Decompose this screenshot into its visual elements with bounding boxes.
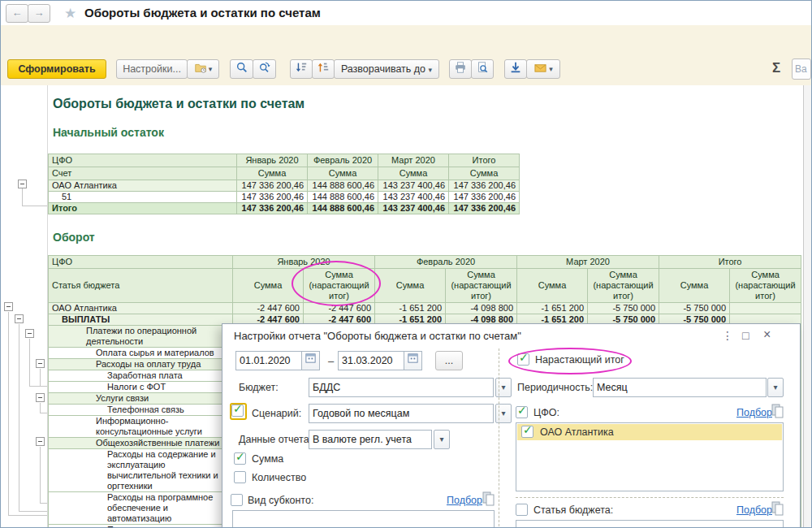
expand-to-label: Разворачивать до [341,63,425,75]
print-button[interactable] [449,59,472,79]
dialog-budget-input[interactable]: БДДС [309,378,494,397]
table-row[interactable]: 51147 336 200,46144 888 600,46143 237 40… [49,192,520,203]
cfo-checkbox[interactable] [516,406,528,418]
subconto-label: Вид субконто: [248,495,313,506]
dialog-more-periods-button[interactable]: ... [435,351,463,370]
table-row[interactable]: Итого147 336 200,46144 888 600,46143 237… [49,203,520,214]
report-variants-button[interactable]: ▾ [187,59,219,79]
value-cell: -4 098 800 [446,303,517,314]
generate-button[interactable]: Сформировать [7,59,106,79]
collapse-toggle[interactable] [18,180,27,188]
collapse-toggle[interactable] [36,437,45,446]
tree-line [8,312,9,515]
subconto-listbox[interactable] [232,510,495,528]
quantity-checkbox[interactable] [234,471,246,483]
autosum-field[interactable]: Ва [792,58,811,80]
dialog-budget-dropdown-icon[interactable]: ▾ [495,378,512,397]
paste-clipboard-icon[interactable] [771,404,784,422]
forward-icon[interactable]: → [28,4,50,23]
opening-balance-table: ЦФОЯнварь 2020Февраль 2020Март 2020Итого… [48,154,520,214]
value-cell: 147 336 200,46 [237,180,308,192]
search-button[interactable] [230,59,253,79]
report-data-input[interactable]: В валюте регл. учета [309,430,432,449]
cumulative-checkbox[interactable] [517,353,529,366]
paste-clipboard-icon[interactable] [771,501,784,519]
row-label: Оплата сырья и материалов [49,348,233,359]
send-email-button[interactable]: ▾ [526,59,560,79]
row-label: Расходы на содержание и эксплуатацию выч… [49,449,233,492]
chevron-down-icon: ▾ [549,65,553,73]
report-data-dropdown-icon[interactable]: ▾ [434,430,450,449]
value-cell: 147 336 200,46 [449,180,520,192]
search-next-button[interactable] [253,59,276,79]
table-row[interactable]: ОАО Атлантика147 336 200,46144 888 600,4… [49,180,520,192]
kebab-menu-icon[interactable]: ⋮ [722,329,733,342]
row-label: Услуги связи [49,393,233,405]
settings-button[interactable]: Настройки... [116,59,188,79]
row-label: Расходы на оплату труда [49,359,233,370]
sum-header: Сумма [308,167,378,180]
collapse-toggle[interactable] [25,329,34,338]
tree-line [40,403,41,413]
sum-label: Сумма [252,453,283,465]
cfo-pick-link[interactable]: Подбор [736,407,772,418]
tree-line [29,339,30,386]
collapse-toggle[interactable] [15,314,24,323]
value-cell: 147 336 200,46 [237,192,308,203]
collapse-groups-button[interactable] [290,59,313,79]
value-cell: 143 237 400,46 [378,180,449,192]
periodicity-input[interactable]: Месяц [593,378,767,397]
row-label: Телефонная связь [49,405,233,416]
expand-groups-button[interactable] [312,59,335,79]
favorite-star-icon[interactable]: ★ [64,5,76,22]
value-cell [730,303,801,314]
close-icon[interactable]: × [763,327,771,342]
budget-item-pick-link[interactable]: Подбор [736,504,772,516]
subconto-checkbox[interactable] [231,494,243,506]
scrollbar-gutter[interactable] [803,85,812,528]
column-header: Счет [49,167,237,180]
dialog-date-from-input[interactable]: 01.01.2020 [235,351,302,370]
chevron-down-icon: ▾ [429,66,433,74]
autosum-icon[interactable]: Σ [772,60,780,76]
collapse-toggle[interactable] [4,302,13,311]
column-header: ЦФО [49,256,233,269]
calendar-icon[interactable] [404,351,422,370]
dialog-date-to-group: 31.03.2020 [338,351,422,370]
period-header: Март 2020 [378,154,449,167]
envelope-icon [533,62,547,77]
sum-checkbox[interactable] [234,452,246,465]
value-cell: 147 336 200,46 [449,203,520,214]
dialog-scenario-label: Сценарий: [252,408,301,419]
subconto-pick-link[interactable]: Подбор [447,495,482,506]
row-label: ОАО Атлантика [49,180,237,192]
cfo-list-item-selected[interactable]: ОАО Атлантика [517,424,782,440]
maximize-icon[interactable]: □ [742,329,749,342]
dialog-scenario-checkbox[interactable] [231,405,244,417]
tree-line [19,324,19,511]
budget-item-listbox[interactable] [516,520,784,528]
filter-bar: 01.01.2020 – 31.03.2020 ... Бюджет: БДДС… [1,25,811,54]
collapse-toggle[interactable] [36,393,45,402]
dialog-scenario-input[interactable]: Годовой по месяцам [309,404,494,423]
save-button[interactable] [504,59,527,79]
collapse-toggle[interactable] [36,359,45,368]
dialog-date-to-input[interactable]: 31.03.2020 [338,351,404,370]
table-row[interactable]: ОАО Атлантика-2 447 600-2 447 600-1 651 … [49,303,801,314]
tree-line [19,511,47,512]
sum-header: Сумма [659,269,730,303]
dialog-scenario-dropdown-icon[interactable]: ▾ [495,404,512,423]
expand-to-button[interactable]: Разворачивать до ▾ [334,59,439,79]
dialog-title: Настройки отчета "Обороты бюджета и оста… [234,330,521,342]
sort-ascending-icon [317,61,330,77]
periodicity-dropdown-icon[interactable]: ▾ [767,378,784,397]
cfo-listbox[interactable]: ОАО Атлантика [516,422,784,491]
print-preview-button[interactable] [471,59,494,79]
column-header: Статья бюджета [49,269,233,303]
back-icon[interactable]: ← [6,4,28,23]
cfo-item-checkbox[interactable] [521,426,533,438]
paste-clipboard-icon[interactable] [482,491,495,509]
tree-line [40,369,41,386]
calendar-icon[interactable] [302,351,320,370]
budget-item-checkbox[interactable] [516,504,528,516]
